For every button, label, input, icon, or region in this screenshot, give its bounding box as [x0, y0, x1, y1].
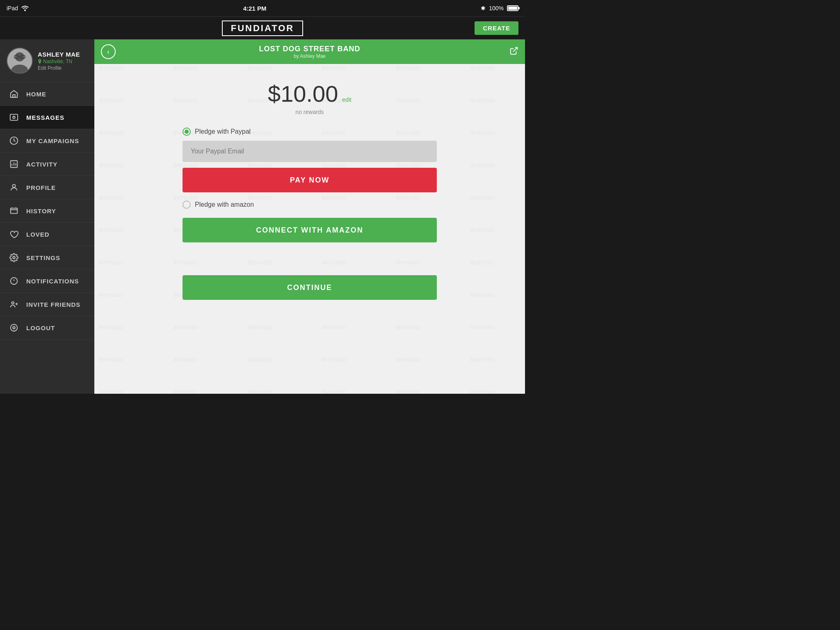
avatar — [7, 48, 33, 74]
messages-label: MESSAGES — [26, 114, 64, 121]
svg-rect-7 — [13, 95, 15, 97]
amazon-option-label: Pledge with amazon — [195, 201, 254, 208]
paypal-option[interactable]: Pledge with Paypal — [183, 128, 437, 136]
campaign-header: ‹ LOST DOG STREET BAND by Ashley Mae — [94, 39, 525, 64]
svg-rect-16 — [11, 208, 18, 214]
sidebar-item-invite-friends[interactable]: INVITE FRIENDS — [0, 293, 94, 316]
amazon-section: Pledge with amazon CONNECT WITH AMAZON — [183, 201, 437, 242]
loved-icon — [8, 228, 20, 240]
settings-icon — [8, 252, 20, 263]
status-bar: iPad 4:21 PM ✱ 100% — [0, 0, 525, 16]
user-info: ASHLEY MAE Nashville, TN Edit Profile — [38, 51, 88, 71]
messages-icon — [8, 112, 20, 123]
campaign-title-area: LOST DOG STREET BAND by Ashley Mae — [259, 45, 360, 59]
campaigns-icon — [8, 135, 20, 146]
payment-content: $10.00 edit no rewards Pledge with Paypa… — [94, 64, 525, 394]
svg-point-20 — [13, 256, 15, 259]
sidebar-item-notifications[interactable]: NOTIFICATIONS — [0, 269, 94, 293]
svg-point-27 — [11, 324, 18, 331]
status-right: ✱ 100% — [481, 5, 518, 11]
sidebar-item-logout[interactable]: LOGOUT — [0, 316, 94, 340]
battery-percent: 100% — [489, 5, 504, 11]
history-icon — [8, 205, 20, 217]
wifi-icon — [21, 5, 29, 11]
sidebar-item-home[interactable]: HOME — [0, 82, 94, 106]
sidebar-item-campaigns[interactable]: MY CAMPAIGNS — [0, 129, 94, 153]
payment-options: Pledge with Paypal PAY NOW — [183, 128, 437, 201]
sidebar-item-history[interactable]: HISTORY — [0, 199, 94, 223]
profile-label: PROFILE — [26, 184, 56, 191]
loved-label: LOVED — [26, 231, 50, 238]
sidebar-item-messages[interactable]: MESSAGES — [0, 106, 94, 129]
amount-value: $10.00 edit — [268, 80, 352, 107]
nav-items: HOME MESSAGES MY CAMPAIGNS ACTIVITY — [0, 82, 94, 394]
notifications-icon — [8, 275, 20, 287]
paypal-radio[interactable] — [183, 128, 191, 136]
svg-point-15 — [12, 185, 15, 187]
edit-amount-link[interactable]: edit — [342, 96, 352, 103]
svg-point-0 — [24, 9, 26, 11]
status-left: iPad — [7, 5, 29, 11]
profile-icon — [8, 182, 20, 193]
connect-amazon-button[interactable]: CONNECT WITH AMAZON — [183, 218, 437, 242]
amazon-option[interactable]: Pledge with amazon — [183, 201, 437, 209]
amazon-radio[interactable] — [183, 201, 191, 209]
svg-point-28 — [13, 326, 15, 329]
sidebar: ASHLEY MAE Nashville, TN Edit Profile HO… — [0, 39, 94, 394]
activity-label: ACTIVITY — [26, 161, 57, 168]
history-label: HISTORY — [26, 208, 56, 215]
share-button[interactable] — [509, 46, 518, 57]
top-nav: FUNDIATOR CREATE — [0, 16, 525, 39]
settings-label: SETTINGS — [26, 254, 60, 261]
paypal-email-input[interactable] — [183, 141, 437, 162]
home-label: HOME — [26, 91, 46, 98]
content-area: ⊕envato⊕envato⊕envato⊕envato⊕envato⊕enva… — [94, 39, 525, 394]
notifications-label: NOTIFICATIONS — [26, 278, 79, 285]
edit-profile-link[interactable]: Edit Profile — [38, 65, 88, 71]
svg-point-9 — [13, 116, 15, 119]
user-location: Nashville, TN — [38, 59, 88, 64]
back-button[interactable]: ‹ — [101, 44, 116, 59]
sidebar-item-loved[interactable]: LOVED — [0, 223, 94, 246]
svg-point-24 — [12, 302, 14, 304]
campaigns-label: MY CAMPAIGNS — [26, 137, 79, 144]
main-layout: ASHLEY MAE Nashville, TN Edit Profile HO… — [0, 39, 525, 394]
continue-button[interactable]: CONTINUE — [183, 275, 437, 300]
logout-icon — [8, 322, 20, 333]
carrier-label: iPad — [7, 5, 18, 11]
campaign-title: LOST DOG STREET BAND — [259, 45, 360, 53]
home-icon — [8, 88, 20, 100]
activity-icon — [8, 158, 20, 170]
campaign-by: by Ashley Mae — [259, 53, 360, 59]
status-time: 4:21 PM — [243, 5, 267, 12]
user-name: ASHLEY MAE — [38, 51, 88, 58]
amount-display: $10.00 edit no rewards — [268, 80, 352, 115]
paypal-option-label: Pledge with Paypal — [195, 128, 251, 135]
sidebar-item-activity[interactable]: ACTIVITY — [0, 153, 94, 176]
invite-friends-label: INVITE FRIENDS — [26, 301, 80, 308]
bluetooth-icon: ✱ — [481, 5, 486, 11]
continue-section: CONTINUE — [183, 275, 437, 300]
svg-line-29 — [513, 47, 517, 51]
sidebar-item-settings[interactable]: SETTINGS — [0, 246, 94, 269]
svg-rect-8 — [10, 114, 18, 121]
invite-icon — [8, 299, 20, 310]
amount-number: $10.00 — [268, 80, 338, 107]
pay-now-button[interactable]: PAY NOW — [183, 168, 437, 192]
sidebar-item-profile[interactable]: PROFILE — [0, 176, 94, 199]
no-rewards-label: no rewards — [268, 109, 352, 115]
user-profile: ASHLEY MAE Nashville, TN Edit Profile — [0, 39, 94, 82]
create-button[interactable]: CREATE — [475, 21, 518, 35]
battery-icon — [507, 5, 518, 11]
logout-label: LOGOUT — [26, 324, 55, 331]
app-title: FUNDIATOR — [222, 21, 304, 36]
